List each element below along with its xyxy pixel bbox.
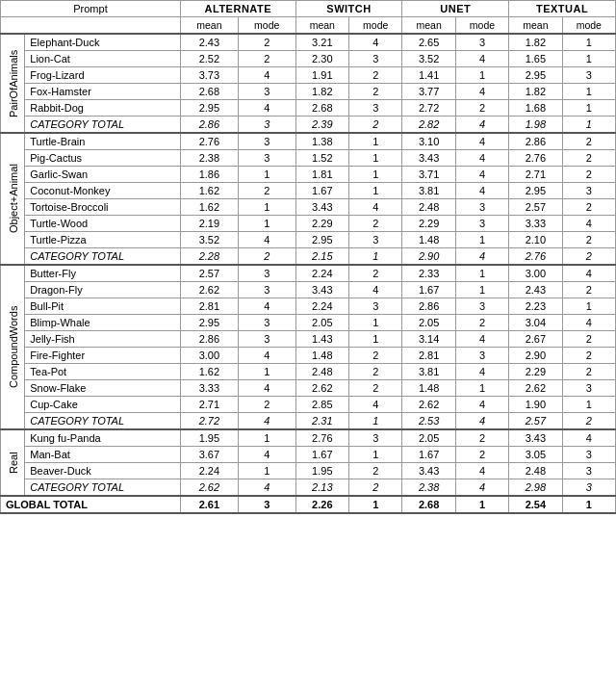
- value-cell: 1.67: [295, 447, 348, 463]
- prompt-cell: Man-Bat: [25, 447, 181, 463]
- value-cell: 3.00: [509, 265, 562, 282]
- value-cell: 1.67: [402, 282, 455, 298]
- value-cell: 1.48: [402, 232, 455, 248]
- category-total-value: 4: [455, 479, 508, 497]
- value-cell: 2: [562, 133, 615, 150]
- value-cell: 2.29: [295, 216, 348, 232]
- value-cell: 1.41: [402, 67, 455, 84]
- category-total-row: CATEGORY TOTAL2.6242.1322.3842.983: [1, 479, 616, 497]
- value-cell: 1: [562, 84, 615, 100]
- category-total-value: 2: [349, 479, 402, 497]
- prompt-cell: Tortoise-Broccoli: [25, 199, 181, 216]
- value-cell: 4: [238, 447, 295, 463]
- value-cell: 2: [455, 429, 508, 447]
- value-cell: 1: [238, 167, 295, 183]
- value-cell: 2: [455, 100, 508, 116]
- category-total-value: 2.39: [295, 116, 348, 134]
- value-cell: 3.33: [180, 380, 238, 397]
- value-cell: 3.73: [180, 67, 238, 84]
- value-cell: 4: [455, 150, 508, 167]
- value-cell: 3: [562, 67, 615, 84]
- category-total-value: 2.86: [180, 116, 238, 134]
- value-cell: 2: [349, 84, 402, 100]
- value-cell: 2.62: [295, 380, 348, 397]
- value-cell: 4: [349, 199, 402, 216]
- category-total-value: 1: [349, 413, 402, 430]
- value-cell: 2: [562, 167, 615, 183]
- category-total-value: 2: [562, 413, 615, 430]
- category-total-value: 2.53: [402, 413, 455, 430]
- alternate-group-header: ALTERNATE: [180, 1, 295, 17]
- prompt-header: Prompt: [1, 1, 181, 17]
- value-cell: 2.19: [180, 216, 238, 232]
- category-total-label: CATEGORY TOTAL: [25, 116, 181, 134]
- value-cell: 2: [349, 463, 402, 479]
- category-total-value: 2: [238, 248, 295, 266]
- value-cell: 3: [349, 51, 402, 67]
- prompt-cell: Pig-Cactus: [25, 150, 181, 167]
- category-total-value: 4: [455, 248, 508, 266]
- value-cell: 1: [349, 167, 402, 183]
- value-cell: 1.82: [295, 84, 348, 100]
- global-total-value: 2.68: [402, 496, 455, 513]
- prompt-cell: Dragon-Fly: [25, 282, 181, 298]
- value-cell: 3.43: [402, 150, 455, 167]
- value-cell: 2.10: [509, 232, 562, 248]
- value-cell: 2.29: [402, 216, 455, 232]
- category-total-value: 2.82: [402, 116, 455, 134]
- value-cell: 3.04: [509, 315, 562, 331]
- global-total-value: 1: [562, 496, 615, 513]
- value-cell: 1.62: [180, 364, 238, 380]
- value-cell: 2: [562, 348, 615, 364]
- prompt-cell: Snow-Flake: [25, 380, 181, 397]
- value-cell: 3.43: [295, 282, 348, 298]
- prompt-cell: Butter-Fly: [25, 265, 181, 282]
- value-cell: 1: [238, 216, 295, 232]
- category-total-value: 1.98: [509, 116, 562, 134]
- value-cell: 1: [349, 183, 402, 199]
- global-total-value: 2.26: [295, 496, 348, 513]
- prompt-cell: Frog-Lizard: [25, 67, 181, 84]
- global-total-row: GLOBAL TOTAL2.6132.2612.6812.541: [1, 496, 616, 513]
- table-row: Lion-Cat2.5222.3033.5241.651: [1, 51, 616, 67]
- value-cell: 4: [455, 133, 508, 150]
- value-cell: 3: [455, 216, 508, 232]
- table-row: Frog-Lizard3.7341.9121.4112.953: [1, 67, 616, 84]
- value-cell: 1.52: [295, 150, 348, 167]
- table-row: Tea-Pot1.6212.4823.8142.292: [1, 364, 616, 380]
- table-row: Coconut-Monkey1.6221.6713.8142.953: [1, 183, 616, 199]
- category-label-1: Object+Animal: [1, 133, 25, 265]
- value-cell: 3: [238, 315, 295, 331]
- value-cell: 1.68: [509, 100, 562, 116]
- value-cell: 1.62: [180, 199, 238, 216]
- value-cell: 2.67: [509, 331, 562, 348]
- value-cell: 2: [349, 67, 402, 84]
- value-cell: 2.76: [509, 150, 562, 167]
- value-cell: 1.62: [180, 183, 238, 199]
- unet-mode-header: mode: [455, 17, 508, 35]
- table-row: Garlic-Swan1.8611.8113.7142.712: [1, 167, 616, 183]
- value-cell: 4: [455, 397, 508, 413]
- textual-mean-header: mean: [509, 17, 562, 35]
- table-row: Fire-Fighter3.0041.4822.8132.902: [1, 348, 616, 364]
- value-cell: 2.71: [509, 167, 562, 183]
- value-cell: 1.38: [295, 133, 348, 150]
- value-cell: 2.72: [402, 100, 455, 116]
- value-cell: 2.81: [180, 298, 238, 315]
- value-cell: 2: [562, 199, 615, 216]
- value-cell: 2.23: [509, 298, 562, 315]
- value-cell: 3: [238, 282, 295, 298]
- value-cell: 2.38: [180, 150, 238, 167]
- value-cell: 2.24: [295, 265, 348, 282]
- value-cell: 2: [562, 282, 615, 298]
- table-row: RealKung fu-Panda1.9512.7632.0523.434: [1, 429, 616, 447]
- value-cell: 2.86: [402, 298, 455, 315]
- value-cell: 3.43: [509, 429, 562, 447]
- value-cell: 2: [349, 265, 402, 282]
- category-total-value: 2.62: [180, 479, 238, 497]
- prompt-cell: Tea-Pot: [25, 364, 181, 380]
- category-total-value: 2.31: [295, 413, 348, 430]
- value-cell: 1: [455, 380, 508, 397]
- table-row: Man-Bat3.6741.6711.6723.053: [1, 447, 616, 463]
- value-cell: 1: [455, 265, 508, 282]
